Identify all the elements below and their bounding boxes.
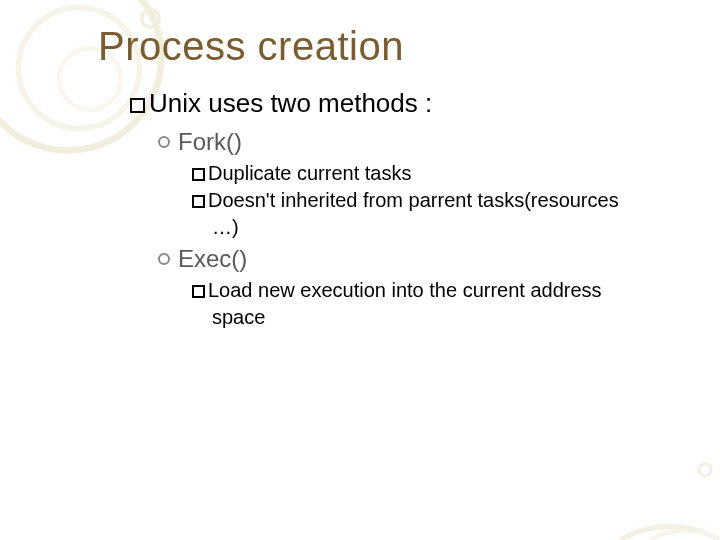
svg-point-4 xyxy=(699,464,711,476)
bullet-fork-point-1: Duplicate current tasks xyxy=(192,161,670,186)
bullet-exec-point-1: Load new execution into the current addr… xyxy=(192,278,670,303)
slide-title: Process creation xyxy=(98,24,670,69)
square-bullet-icon xyxy=(130,98,145,113)
bullet-exec: Exec() xyxy=(158,244,670,274)
bullet-unix-methods: Unix uses two methods : xyxy=(130,87,670,121)
slide-body: Process creation Unix uses two methods :… xyxy=(0,0,720,330)
square-bullet-icon xyxy=(192,168,205,181)
bullet-fork-point-2-cont: …) xyxy=(212,215,670,240)
ring-bullet-icon xyxy=(158,136,170,148)
bullet-fork-label: Fork() xyxy=(178,128,242,155)
bullet-fork-point-2-text: Doesn't inherited from parrent tasks(res… xyxy=(208,189,619,211)
bullet-fork: Fork() xyxy=(158,127,670,157)
bullet-fork-point-2: Doesn't inherited from parrent tasks(res… xyxy=(192,188,670,213)
bullet-exec-point-1-text: Load new execution into the current addr… xyxy=(208,279,602,301)
ring-bullet-icon xyxy=(158,253,170,265)
bullet-exec-point-1-cont: space xyxy=(212,305,670,330)
square-bullet-icon xyxy=(192,195,205,208)
bullet-unix-methods-text: Unix uses two methods : xyxy=(149,88,432,118)
square-bullet-icon xyxy=(192,285,205,298)
bullet-fork-point-1-text: Duplicate current tasks xyxy=(208,162,411,184)
decorative-corner xyxy=(590,450,720,540)
bullet-exec-label: Exec() xyxy=(178,245,247,272)
